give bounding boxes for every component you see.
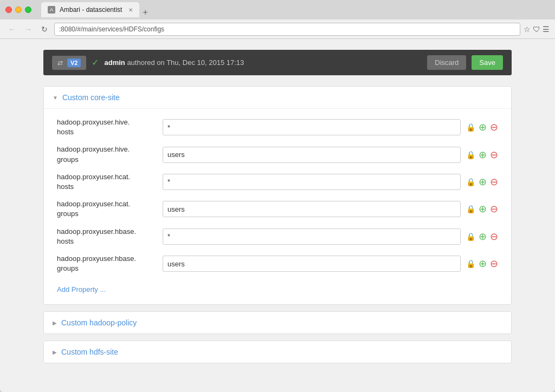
config-date: Thu, Dec 10, 2015 17:13 <box>166 58 244 67</box>
lock-icon: 🔒 <box>466 205 475 213</box>
config-row: hadoop.proxyuser.hbase.groups 🔒 ⊕ ⊖ <box>57 254 498 273</box>
config-input[interactable] <box>163 174 461 190</box>
config-actions: 🔒 ⊕ ⊖ <box>466 149 498 161</box>
config-actions: 🔒 ⊕ ⊖ <box>466 203 498 215</box>
config-input[interactable] <box>163 201 461 217</box>
lock-icon: 🔒 <box>466 123 475 132</box>
add-row-icon[interactable]: ⊕ <box>479 176 487 188</box>
add-row-icon[interactable]: ⊕ <box>479 121 487 133</box>
page-content: ⇄ V2 ✓ admin authored on Thu, Dec 10, 20… <box>0 39 555 392</box>
add-row-icon[interactable]: ⊕ <box>479 203 487 215</box>
new-tab-button[interactable]: + <box>139 8 151 17</box>
back-button[interactable]: ← <box>5 23 18 36</box>
forward-button[interactable]: → <box>22 23 35 36</box>
section-custom-hadoop-policy: ▶ Custom hadoop-policy <box>43 311 512 334</box>
config-input[interactable] <box>163 256 461 272</box>
lock-icon: 🔒 <box>466 232 475 241</box>
nav-icons: ☆ 🛡 ☰ <box>524 25 550 34</box>
add-property-link[interactable]: Add Property ... <box>57 285 106 293</box>
remove-row-icon[interactable]: ⊖ <box>490 176 498 188</box>
section-title: Custom hadoop-policy <box>61 318 137 327</box>
maximize-button[interactable] <box>25 6 31 13</box>
toolbar-info: admin authored on Thu, Dec 10, 2015 17:1… <box>104 58 422 67</box>
chevron-icon: ▶ <box>53 320 57 326</box>
active-tab[interactable]: A Ambari - datascientist ✕ <box>41 2 139 17</box>
sections-container: ▼ Custom core-site hadoop.proxyuser.hive… <box>43 86 512 363</box>
author-name: admin <box>104 58 125 67</box>
chevron-icon: ▶ <box>53 349 57 355</box>
config-actions: 🔒 ⊕ ⊖ <box>466 231 498 243</box>
address-bar[interactable]: :8080/#/main/services/HDFS/configs <box>54 23 520 36</box>
menu-icon[interactable]: ☰ <box>543 25 550 34</box>
info-prefix: authored on <box>127 58 166 67</box>
tab-close-icon[interactable]: ✕ <box>128 7 133 13</box>
add-row-icon[interactable]: ⊕ <box>479 258 487 270</box>
config-row: hadoop.proxyuser.hive.hosts 🔒 ⊕ ⊖ <box>57 117 498 137</box>
config-input[interactable] <box>163 228 461 245</box>
discard-button[interactable]: Discard <box>427 55 466 70</box>
config-actions: 🔒 ⊕ ⊖ <box>466 121 498 133</box>
switcher-icon: ⇄ <box>57 59 63 67</box>
add-row-icon[interactable]: ⊕ <box>479 149 487 161</box>
config-row: hadoop.proxyuser.hcat.groups 🔒 ⊕ ⊖ <box>57 199 498 219</box>
browser-window: A Ambari - datascientist ✕ + ← → ↻ :8080… <box>0 0 555 392</box>
config-label: hadoop.proxyuser.hbase.groups <box>57 254 157 273</box>
lock-icon: 🔒 <box>466 151 475 159</box>
remove-row-icon[interactable]: ⊖ <box>490 231 498 243</box>
section-custom-hdfs-site: ▶ Custom hdfs-site <box>43 341 512 363</box>
config-toolbar: ⇄ V2 ✓ admin authored on Thu, Dec 10, 20… <box>43 50 512 75</box>
section-header-custom-core-site[interactable]: ▼ Custom core-site <box>44 87 511 108</box>
remove-row-icon[interactable]: ⊖ <box>490 203 498 215</box>
section-title: Custom core-site <box>62 93 120 102</box>
config-actions: 🔒 ⊕ ⊖ <box>466 258 498 270</box>
lock-icon: 🔒 <box>466 178 475 186</box>
config-row: hadoop.proxyuser.hcat.hosts 🔒 ⊕ ⊖ <box>57 172 498 192</box>
config-label: hadoop.proxyuser.hcat.hosts <box>57 172 157 192</box>
remove-row-icon[interactable]: ⊖ <box>490 149 498 161</box>
version-badge: V2 <box>67 58 81 67</box>
minimize-button[interactable] <box>15 6 22 13</box>
config-label: hadoop.proxyuser.hive.groups <box>57 145 157 164</box>
url-text: :8080/#/main/services/HDFS/configs <box>59 25 164 33</box>
config-actions: 🔒 ⊕ ⊖ <box>466 176 498 188</box>
close-button[interactable] <box>5 6 12 13</box>
lock-icon: 🔒 <box>466 259 475 268</box>
section-header-custom-hdfs-site[interactable]: ▶ Custom hdfs-site <box>44 341 511 363</box>
version-switcher-button[interactable]: ⇄ V2 <box>52 56 86 70</box>
config-label: hadoop.proxyuser.hbase.hosts <box>57 227 157 246</box>
chevron-icon: ▼ <box>53 95 58 101</box>
shield-icon[interactable]: 🛡 <box>533 25 540 34</box>
config-input[interactable] <box>163 119 461 135</box>
section-body-custom-core-site: hadoop.proxyuser.hive.hosts 🔒 ⊕ ⊖ hadoop… <box>44 108 511 304</box>
config-row: hadoop.proxyuser.hbase.hosts 🔒 ⊕ ⊖ <box>57 227 498 246</box>
config-row: hadoop.proxyuser.hive.groups 🔒 ⊕ ⊖ <box>57 145 498 164</box>
nav-bar: ← → ↻ :8080/#/main/services/HDFS/configs… <box>0 19 555 39</box>
add-row-icon[interactable]: ⊕ <box>479 231 487 243</box>
bookmark-icon[interactable]: ☆ <box>524 25 531 34</box>
section-custom-core-site: ▼ Custom core-site hadoop.proxyuser.hive… <box>43 86 512 305</box>
reload-button[interactable]: ↻ <box>38 23 51 36</box>
section-title: Custom hdfs-site <box>61 348 118 356</box>
config-label: hadoop.proxyuser.hive.hosts <box>57 117 157 137</box>
check-icon: ✓ <box>92 57 99 68</box>
tab-title: Ambari - datascientist <box>60 6 122 14</box>
tab-favicon: A <box>48 6 55 14</box>
config-input[interactable] <box>163 147 461 163</box>
save-button[interactable]: Save <box>472 55 503 70</box>
title-bar: A Ambari - datascientist ✕ + <box>0 0 555 19</box>
remove-row-icon[interactable]: ⊖ <box>490 258 498 270</box>
tab-bar: A Ambari - datascientist ✕ + <box>41 2 550 17</box>
config-label: hadoop.proxyuser.hcat.groups <box>57 199 157 219</box>
remove-row-icon[interactable]: ⊖ <box>490 121 498 133</box>
traffic-lights <box>5 6 31 13</box>
section-header-custom-hadoop-policy[interactable]: ▶ Custom hadoop-policy <box>44 312 511 334</box>
